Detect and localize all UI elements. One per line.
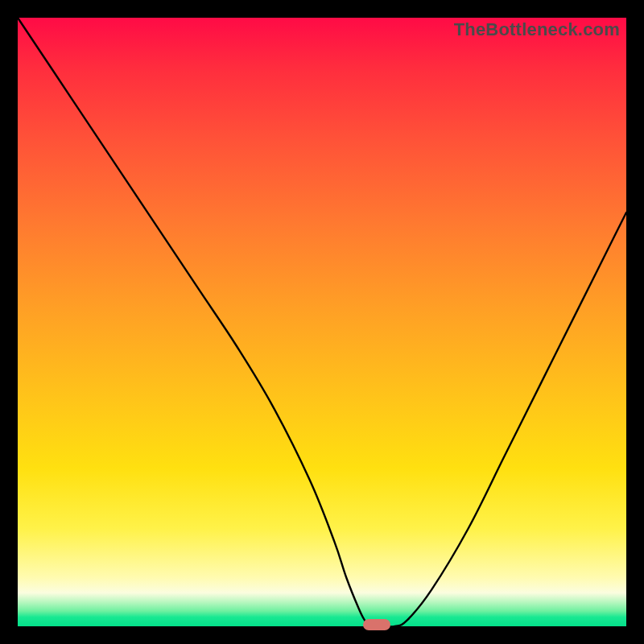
optimum-marker xyxy=(363,619,390,630)
chart-frame: TheBottleneck.com xyxy=(0,0,644,644)
plot-area: TheBottleneck.com xyxy=(18,18,626,626)
bottleneck-curve xyxy=(18,18,626,626)
